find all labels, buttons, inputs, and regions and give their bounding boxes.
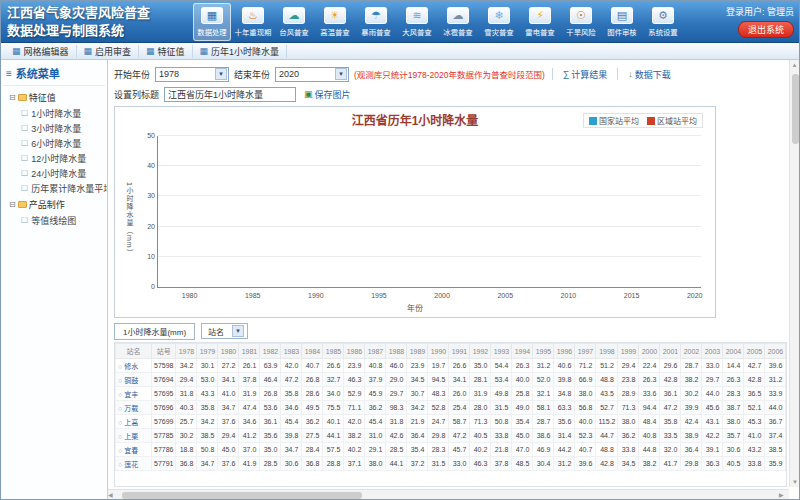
value-cell: 31.8 [386, 415, 407, 429]
row-select-icon[interactable]: ○ [118, 363, 122, 370]
station-name-cell[interactable]: ○铜鼓 [116, 373, 152, 387]
station-name-cell[interactable]: ○上高 [116, 415, 152, 429]
value-cell: 46.0 [386, 359, 407, 373]
tab-3[interactable]: ▦历年1小时降水量 [193, 45, 288, 58]
tree-group-0[interactable]: ⊟特征值 [3, 88, 105, 105]
hscroll-thumb[interactable] [122, 492, 362, 499]
row-select-icon[interactable]: ○ [118, 433, 122, 440]
calc-icon: ∑ [563, 69, 569, 79]
value-cell: 29.8 [681, 457, 702, 471]
value-cell: 38.0 [618, 415, 639, 429]
table-row[interactable]: ○万载5769640.335.834.747.453.634.649.575.5… [116, 401, 786, 415]
save-image-button[interactable]: ▣ 保存图片 [301, 87, 354, 102]
tabbar: ▦网格编辑器▦启用审查▦特征值▦历年1小时降水量 [1, 43, 799, 60]
tree-item[interactable]: ☐3小时降水量 [3, 120, 105, 135]
legend-swatch [589, 117, 597, 125]
tree-item[interactable]: ☐12小时降水量 [3, 150, 105, 165]
value-cell: 26.3 [512, 359, 533, 373]
col-year-1993: 1993 [491, 344, 512, 359]
value-cell: 37.0 [239, 443, 260, 457]
row-select-icon[interactable]: ○ [118, 391, 122, 398]
toolbar-reoccurrence[interactable]: ♨十年重现期 [234, 3, 272, 41]
value-cell: 46.3 [470, 457, 491, 471]
station-name-cell[interactable]: ○莲花 [116, 457, 152, 471]
toolbar-drought[interactable]: ☉干旱风险 [562, 3, 600, 41]
toolbar-high-temp[interactable]: ☀高温普查 [316, 3, 354, 41]
tree-group-1[interactable]: ⊟产品制作 [3, 195, 105, 212]
sort-dropdown[interactable]: 站名 ▼ [201, 323, 248, 339]
calc-result-button[interactable]: ∑ 计算结果 [560, 67, 610, 82]
chart-title-input[interactable] [164, 87, 296, 102]
col-year-1992: 1992 [470, 344, 491, 359]
y-axis-label: 1小时降水量（mm） [124, 182, 134, 257]
tree-item[interactable]: ☐历年累计降水量平均值 [3, 180, 105, 195]
logout-button[interactable]: 退出系统 [738, 21, 794, 38]
table-row[interactable]: ○铜鼓5769429.453.034.137.846.447.226.832.7… [116, 373, 786, 387]
station-name-cell[interactable]: ○宜春 [116, 443, 152, 457]
station-id-cell: 57785 [152, 429, 176, 443]
scroll-right-icon[interactable]: ▶ [779, 490, 789, 499]
toolbar-rainstorm[interactable]: ☂暴雨普查 [357, 3, 395, 41]
toolbar-hail[interactable]: ☁冰雹普查 [439, 3, 477, 41]
value-cell: 39.8 [554, 373, 575, 387]
value-cell: 35.4 [512, 415, 533, 429]
row-select-icon[interactable]: ○ [118, 405, 122, 412]
scroll-up-icon[interactable]: ▲ [790, 60, 799, 70]
value-cell: 36.2 [302, 415, 323, 429]
y-tick-label: 30 [140, 192, 155, 199]
row-select-icon[interactable]: ○ [118, 377, 122, 384]
col-year-1997: 1997 [575, 344, 596, 359]
table-row[interactable]: ○上栗5778530.238.529.441.235.639.827.544.1… [116, 429, 786, 443]
tree-item[interactable]: ☐24小时降水量 [3, 165, 105, 180]
row-select-icon[interactable]: ○ [118, 419, 122, 426]
toolbar-snow[interactable]: ❄雪灾普查 [480, 3, 518, 41]
sidebar-title-label: 系统菜单 [16, 65, 60, 81]
toolbar-settings[interactable]: ⚙系统设置 [644, 3, 682, 41]
horizontal-scrollbar[interactable]: ◀ ▶ [108, 489, 789, 499]
vscroll-thumb[interactable] [792, 74, 799, 144]
chart-bars [158, 136, 701, 287]
vertical-scrollbar[interactable]: ▲ ▼ [789, 60, 799, 487]
end-year-select[interactable]: 2020 ▼ [275, 67, 349, 82]
station-name-cell[interactable]: ○万载 [116, 401, 152, 415]
toolbar-data-processing[interactable]: ▦数据处理 [193, 3, 231, 41]
table-row[interactable]: ○修水5759834.230.127.226.163.942.040.726.6… [116, 359, 786, 373]
tree-item[interactable]: ☐1小时降水量 [3, 105, 105, 120]
station-name-cell[interactable]: ○修水 [116, 359, 152, 373]
table-row[interactable]: ○莲花5779136.834.737.641.928.530.636.828.8… [116, 457, 786, 471]
toolbar-map-review[interactable]: ▤图件审核 [603, 3, 641, 41]
table-row[interactable]: ○宜丰5769531.843.341.031.926.835.828.634.0… [116, 387, 786, 401]
value-cell: 45.4 [365, 415, 386, 429]
station-name: 宜春 [124, 447, 138, 454]
download-label: 数据下载 [635, 68, 671, 81]
station-name-cell[interactable]: ○宜丰 [116, 387, 152, 401]
value-cell: 33.0 [702, 359, 723, 373]
tab-1[interactable]: ▦启用审查 [77, 45, 140, 58]
value-cell: 37.9 [365, 373, 386, 387]
value-cell: 28.7 [533, 415, 554, 429]
tab-0[interactable]: ▦网格编辑器 [5, 45, 77, 58]
table-row[interactable]: ○宜春5778618.850.845.037.035.034.728.457.5… [116, 443, 786, 457]
value-cell: 52.1 [744, 401, 765, 415]
station-id-cell: 57696 [152, 401, 176, 415]
scroll-down-icon[interactable]: ▼ [792, 477, 798, 487]
toolbar-gale[interactable]: ≋大风普查 [398, 3, 436, 41]
start-year-select[interactable]: 1978 ▼ [155, 67, 229, 82]
station-name-cell[interactable]: ○上栗 [116, 429, 152, 443]
y-tick-label: 40 [140, 162, 155, 169]
data-download-button[interactable]: ↓ 数据下载 [625, 67, 674, 82]
value-cell: 34.1 [449, 373, 470, 387]
col-year-1982: 1982 [260, 344, 281, 359]
scroll-left-icon[interactable]: ◀ [108, 490, 118, 499]
row-select-icon[interactable]: ○ [118, 447, 122, 454]
toolbar-typhoon[interactable]: ☁台风普查 [275, 3, 313, 41]
table-row[interactable]: ○上高5769925.734.237.634.636.145.436.240.1… [116, 415, 786, 429]
tree-item[interactable]: ☐等值线绘图 [3, 212, 105, 227]
value-cell: 33.0 [449, 457, 470, 471]
value-cell: 45.6 [702, 401, 723, 415]
toolbar-lightning[interactable]: ⚡雷电普查 [521, 3, 559, 41]
checkbox-icon: ☐ [21, 139, 28, 148]
tree-item[interactable]: ☐6小时降水量 [3, 135, 105, 150]
tab-2[interactable]: ▦特征值 [139, 45, 193, 58]
row-select-icon[interactable]: ○ [118, 461, 122, 468]
